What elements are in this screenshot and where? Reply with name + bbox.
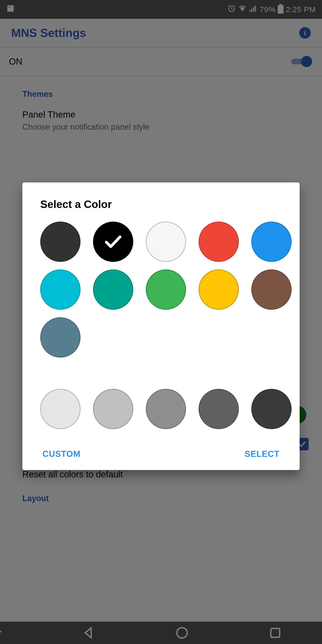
alarm-icon [228,4,236,14]
custom-button[interactable]: CUSTOM [42,449,80,459]
master-toggle-row[interactable]: ON [0,48,322,76]
color-swatch-3[interactable] [198,222,239,262]
clock: 2:25 PM [286,5,316,14]
color-swatch-6[interactable] [93,270,133,310]
app-bar: MNS Settings i [0,19,322,48]
color-swatch-4[interactable] [251,222,292,262]
color-swatch-9[interactable] [251,270,292,310]
battery-percent: 79% [260,5,276,14]
panel-theme-item[interactable]: Panel Theme Choose your notification pan… [22,110,308,132]
recent-icon[interactable] [269,626,282,639]
shade-swatch-2[interactable] [146,389,186,429]
reset-colors-item[interactable]: Reset all colors to default [22,469,308,480]
info-icon[interactable]: i [299,27,311,39]
back-icon[interactable] [82,626,95,639]
color-grid [40,222,282,358]
color-swatch-7[interactable] [146,270,186,310]
shade-swatch-1[interactable] [93,389,133,429]
signal-icon [249,4,258,14]
dialog-title: Select a Color [40,198,282,210]
svg-point-6 [177,628,187,638]
svg-rect-7 [271,628,280,637]
select-button[interactable]: SELECT [245,449,280,459]
color-swatch-0[interactable] [40,222,80,262]
panel-theme-title: Panel Theme [22,110,308,120]
page-title: MNS Settings [11,26,86,40]
navigation-bar [0,622,322,644]
nav-caret-icon[interactable] [0,631,2,634]
color-swatch-10[interactable] [40,317,80,358]
shade-swatch-3[interactable] [198,389,239,429]
shade-swatch-4[interactable] [251,389,292,429]
panel-theme-desc: Choose your notification panel style [22,122,308,132]
themes-section-title: Themes [22,90,308,99]
reset-title: Reset all colors to default [22,469,308,480]
color-swatch-8[interactable] [198,270,239,310]
color-swatch-1[interactable] [93,222,133,262]
color-swatch-2[interactable] [146,222,186,262]
picture-icon [6,4,15,14]
svg-rect-3 [251,8,252,12]
svg-rect-2 [250,10,251,12]
on-label: ON [9,56,22,67]
color-swatch-5[interactable] [40,270,80,310]
master-switch[interactable] [288,56,313,67]
home-icon[interactable] [176,626,188,639]
svg-point-0 [9,6,10,8]
layout-section-title: Layout [22,494,308,503]
shade-swatch-0[interactable] [40,389,80,429]
status-bar: 79% 2:25 PM [0,0,322,19]
shade-grid [40,389,282,429]
color-picker-dialog: Select a Color CUSTOM SELECT [22,182,300,470]
wifi-icon [238,4,247,14]
battery-icon [278,5,284,14]
svg-rect-5 [255,6,256,12]
svg-rect-4 [253,7,254,12]
